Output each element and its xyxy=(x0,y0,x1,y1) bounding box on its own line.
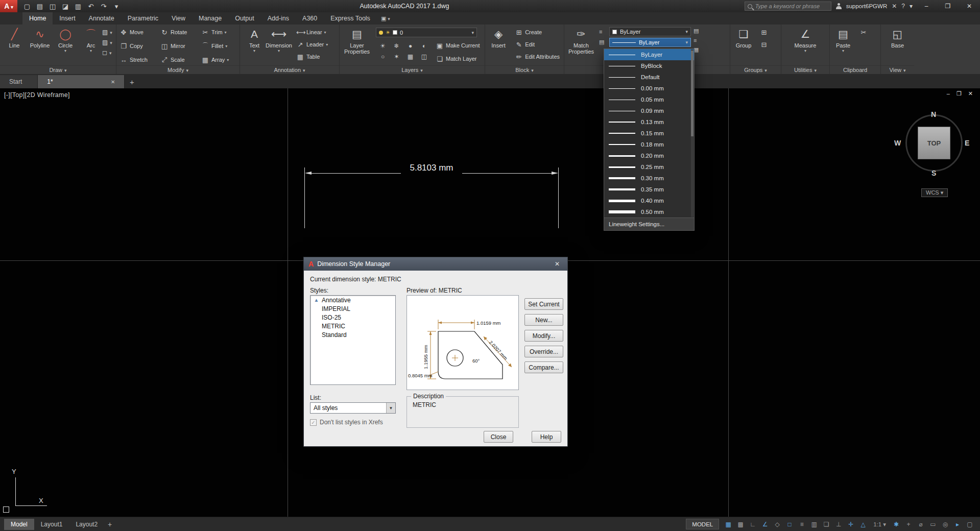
lineweight-option[interactable]: 0.09 mm xyxy=(604,105,694,116)
layer-tool-icon[interactable]: ● xyxy=(403,40,417,51)
combo-caret-icon[interactable]: ▾ xyxy=(471,30,474,35)
list-filter-combo[interactable]: All styles ▼ xyxy=(310,402,396,414)
group-button[interactable]: ❏ Group xyxy=(732,26,755,64)
ribbon-button[interactable]: ✎ Edit xyxy=(513,38,562,51)
base-view-button[interactable]: ◱ Base xyxy=(886,26,910,64)
layer-select-combo[interactable]: ☀ 0 ▾ xyxy=(376,28,477,37)
ribbon-button[interactable]: ❐ Copy xyxy=(117,40,157,52)
exchange-apps-icon[interactable]: ✕ xyxy=(892,3,897,10)
ortho-icon[interactable]: ∟ xyxy=(747,519,759,529)
ribbon-button[interactable]: ◫ Mirror xyxy=(158,40,198,52)
ribbon-button[interactable]: ⌒ Arc ▾ xyxy=(79,26,103,64)
lineweight-option[interactable]: 0.00 mm xyxy=(604,83,694,94)
ribbon-button[interactable]: ╱ Line xyxy=(2,26,27,64)
dialog-title-bar[interactable]: A Dimension Style Manager ✕ xyxy=(304,257,567,271)
ribbon-tab[interactable]: Output xyxy=(228,12,261,25)
style-list-item[interactable]: IMPERIAL xyxy=(310,304,395,313)
draw-extra-tool[interactable]: ◻ xyxy=(102,49,112,56)
ribbon-button[interactable]: ⤢ Scale xyxy=(158,54,198,66)
lineweight-option[interactable]: Default xyxy=(604,71,694,83)
viewcube-top-face[interactable]: TOP xyxy=(918,127,950,159)
dropdown-scrollbar[interactable] xyxy=(691,50,694,217)
panel-label-draw[interactable]: Draw xyxy=(0,65,116,74)
match-properties-button[interactable]: ✑ Match Properties xyxy=(566,26,596,64)
panel-label-utilities[interactable]: Utilities xyxy=(781,65,829,74)
save-as-icon[interactable]: ◪ xyxy=(60,1,71,11)
dynamic-ucs-icon[interactable]: ⊥ xyxy=(832,519,845,529)
insert-block-button[interactable]: ◈ Insert xyxy=(487,26,510,64)
lineweight-option[interactable]: 0.13 mm xyxy=(604,116,694,128)
application-menu-button[interactable]: A xyxy=(0,0,17,12)
lineweight-option[interactable]: 0.40 mm xyxy=(604,195,694,206)
layer-tool-icon[interactable]: ◫ xyxy=(417,51,431,62)
ribbon-tab[interactable]: Add-ins xyxy=(261,12,296,25)
combo-caret-icon[interactable]: ▾ xyxy=(685,40,688,45)
layout-tab[interactable]: Layout2 xyxy=(69,519,104,530)
ribbon-button[interactable]: ∿ Polyline xyxy=(28,26,52,64)
open-icon[interactable]: ▤ xyxy=(34,1,45,11)
lineweight-option[interactable]: 0.35 mm xyxy=(604,184,694,195)
layer-tool-icon[interactable]: ❄ xyxy=(390,40,403,51)
grid-icon[interactable]: ▦ xyxy=(722,519,734,529)
ribbon-button[interactable]: ▣ Make Current xyxy=(434,39,482,52)
minimize-button[interactable]: – xyxy=(916,0,937,12)
lineweight-option[interactable]: 0.18 mm xyxy=(604,139,694,150)
properties-tool-icon[interactable]: ▤ xyxy=(694,28,699,34)
new-drawing-icon[interactable]: ▢ xyxy=(21,1,33,11)
draw-extra-tool[interactable]: ▧ xyxy=(102,29,112,36)
layer-tool-icon[interactable]: ▦ xyxy=(403,51,417,62)
viewcube-east[interactable]: E xyxy=(965,139,969,147)
ribbon-button[interactable]: ⟷ Dimension ▾ xyxy=(267,26,291,64)
properties-tool-icon[interactable]: ≡ xyxy=(599,29,604,35)
dynamic-input-icon[interactable]: ✛ xyxy=(845,519,857,529)
group-tool-button[interactable]: ⊟ xyxy=(758,38,770,51)
ribbon-button[interactable]: ↔ Stretch xyxy=(117,54,157,66)
ribbon-button[interactable]: ⟷ Linear ▾ xyxy=(294,26,330,38)
style-list-item[interactable]: ISO-25 xyxy=(310,313,395,322)
styles-listbox[interactable]: ▲ Annotative IMPERIAL ISO-25 METRIC Stan… xyxy=(310,295,396,385)
lineweight-option[interactable]: ByLayer xyxy=(604,49,694,60)
ribbon-tab[interactable]: View xyxy=(165,12,192,25)
close-button[interactable]: ✕ xyxy=(959,0,980,12)
panel-label-view[interactable]: View xyxy=(881,65,914,74)
ribbon-tab[interactable]: Annotate xyxy=(82,12,121,25)
group-tool-button[interactable]: ⊞ xyxy=(758,26,770,38)
dialog-action-button[interactable]: Modify... xyxy=(524,330,563,342)
ribbon-tab[interactable]: Manage xyxy=(192,12,228,25)
style-list-item[interactable]: Standard xyxy=(310,330,395,339)
qat-customize-icon[interactable]: ▾ xyxy=(111,1,122,11)
search-input[interactable]: Type a keyword or phrase xyxy=(745,2,831,11)
dialog-action-button[interactable]: Set Current xyxy=(524,298,563,310)
panel-label-groups[interactable]: Groups xyxy=(730,65,781,74)
ribbon-button[interactable]: ⊞ Create xyxy=(513,26,562,38)
layer-tool-icon[interactable]: ☀ xyxy=(376,40,390,51)
help-button[interactable]: Help xyxy=(532,431,561,443)
panel-label-annotation[interactable]: Annotation xyxy=(240,65,339,74)
signed-in-user[interactable]: support6PGWR xyxy=(846,3,888,9)
viewport-close-icon[interactable]: ✕ xyxy=(968,90,973,97)
lineweight-option[interactable]: ByBlock xyxy=(604,60,694,71)
snap-icon[interactable]: ▩ xyxy=(734,519,747,529)
panel-label-modify[interactable]: Modify xyxy=(116,65,240,74)
units-icon[interactable]: ⌀ xyxy=(915,519,927,529)
object-snap-icon[interactable]: □ xyxy=(783,519,796,529)
ribbon-tab[interactable]: A360 xyxy=(296,12,324,25)
save-icon[interactable]: ◫ xyxy=(47,1,58,11)
style-list-item[interactable]: ▲ Annotative xyxy=(310,296,395,304)
annotation-visibility-icon[interactable]: △ xyxy=(857,519,869,529)
restore-button[interactable]: ❐ xyxy=(937,0,959,12)
layout-tab[interactable]: Layout1 xyxy=(34,519,69,530)
ribbon-button[interactable]: A Text ▾ xyxy=(242,26,267,64)
ribbon-tab[interactable]: Parametric xyxy=(121,12,165,25)
isodraft-icon[interactable]: ◇ xyxy=(771,519,783,529)
ribbon-button[interactable]: ▦ Table xyxy=(294,51,330,63)
lineweight-option[interactable]: 0.20 mm xyxy=(604,150,694,161)
ribbon-button[interactable]: ◯ Circle ▾ xyxy=(53,26,78,64)
ribbon-tab[interactable]: Insert xyxy=(53,12,82,25)
ribbon-button[interactable]: ⌒ Fillet ▾ xyxy=(199,40,239,52)
measure-button[interactable]: ∠ Measure ▾ xyxy=(792,26,819,64)
ribbon-display-toggle[interactable]: ▣ xyxy=(381,12,390,25)
cut-button[interactable]: ✂ xyxy=(857,26,870,38)
viewport-controls-label[interactable]: [-][Top][2D Wireframe] xyxy=(4,91,70,99)
dimension-text[interactable]: 5.8103 mm xyxy=(401,163,462,173)
